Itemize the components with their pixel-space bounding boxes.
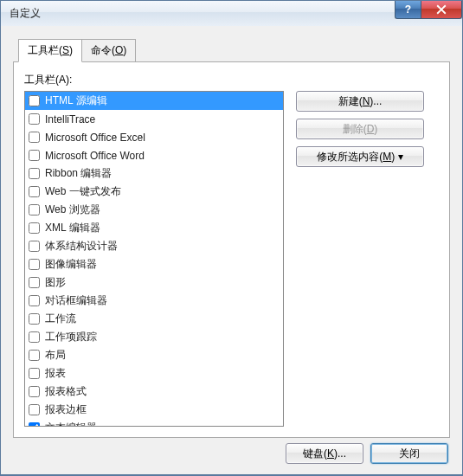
- list-item-label: 文本编辑器: [45, 421, 97, 427]
- list-item[interactable]: Microsoft Office Word: [25, 146, 283, 164]
- list-item-label: 报表: [45, 366, 66, 381]
- list-item[interactable]: Ribbon 编辑器: [25, 164, 283, 183]
- list-item[interactable]: IntelliTrace: [25, 110, 283, 128]
- list-item-label: Ribbon 编辑器: [45, 166, 112, 181]
- titlebar: 自定义 ?: [0, 0, 463, 26]
- window-close-button[interactable]: [421, 1, 462, 19]
- list-item-checkbox[interactable]: [29, 313, 40, 325]
- list-item[interactable]: 报表格式: [25, 383, 283, 401]
- list-item-checkbox[interactable]: [29, 277, 40, 288]
- list-label: 工具栏(A):: [24, 73, 439, 87]
- list-label-text: 工具栏: [24, 74, 55, 86]
- list-item-checkbox[interactable]: [29, 150, 40, 161]
- list-item[interactable]: 图形: [25, 273, 283, 292]
- keyboard-button[interactable]: 键盘(K)...: [286, 443, 363, 464]
- list-item-checkbox[interactable]: [29, 186, 40, 197]
- list-item-checkbox[interactable]: [29, 350, 40, 361]
- list-item[interactable]: Microsoft Office Excel: [25, 128, 283, 146]
- close-button[interactable]: 关闭: [370, 443, 448, 464]
- list-item-label: Microsoft Office Excel: [45, 132, 145, 144]
- list-item-label: 工作流: [45, 312, 76, 326]
- list-item-checkbox[interactable]: [29, 368, 40, 379]
- list-item[interactable]: 工作流: [25, 310, 283, 328]
- list-item-checkbox[interactable]: [29, 132, 40, 143]
- dialog-footer: 键盘(K)... 关闭: [286, 443, 448, 464]
- new-button[interactable]: 新建(N)...: [296, 91, 424, 112]
- list-item-checkbox[interactable]: [29, 259, 40, 270]
- list-item[interactable]: HTML 源编辑: [25, 92, 283, 110]
- list-item-label: 体系结构设计器: [45, 239, 118, 254]
- list-item-checkbox[interactable]: [29, 386, 40, 397]
- tab-toolbars[interactable]: 工具栏(S): [18, 39, 82, 62]
- list-item[interactable]: XML 编辑器: [25, 219, 283, 237]
- list-item-label: Web 浏览器: [45, 203, 100, 217]
- list-item-checkbox[interactable]: [29, 241, 40, 252]
- list-item[interactable]: 工作项跟踪: [25, 328, 283, 346]
- list-label-accesskey: A: [59, 74, 66, 86]
- tab-panel-toolbars: 工具栏(A): HTML 源编辑IntelliTraceMicrosoft Of…: [13, 61, 450, 438]
- side-button-group: 新建(N)... 删除(D) 修改所选内容(M) ▾: [296, 91, 424, 427]
- list-item-label: IntelliTrace: [45, 113, 95, 125]
- list-item-label: 图形: [45, 275, 66, 290]
- list-item-label: 报表边框: [45, 402, 87, 417]
- list-item-checkbox[interactable]: [29, 113, 40, 125]
- dialog-window: 自定义 ? 工具栏(S) 命令(O) 工具栏(A): HTML 源编辑Intel…: [0, 0, 463, 476]
- list-item-checkbox[interactable]: [29, 95, 40, 106]
- list-item-checkbox[interactable]: [29, 168, 40, 179]
- tab-strip: 工具栏(S) 命令(O): [18, 38, 450, 61]
- list-item[interactable]: 报表: [25, 364, 283, 383]
- list-item-checkbox[interactable]: [29, 331, 40, 343]
- list-item[interactable]: 文本编辑器: [25, 419, 283, 427]
- list-item[interactable]: 布局: [25, 346, 283, 364]
- list-item-label: 图像编辑器: [45, 257, 97, 272]
- list-item-checkbox[interactable]: [29, 204, 40, 215]
- tab-commands[interactable]: 命令(O): [81, 39, 136, 62]
- toolbar-listbox[interactable]: HTML 源编辑IntelliTraceMicrosoft Office Exc…: [24, 91, 284, 427]
- list-item-label: 布局: [45, 348, 66, 363]
- list-item-label: 报表格式: [45, 384, 87, 399]
- list-item-checkbox[interactable]: [29, 295, 40, 306]
- help-icon: ?: [405, 3, 411, 16]
- list-item-label: XML 编辑器: [45, 221, 100, 235]
- window-controls: ?: [395, 1, 462, 20]
- list-item[interactable]: 图像编辑器: [25, 255, 283, 273]
- modify-selection-button[interactable]: 修改所选内容(M) ▾: [296, 146, 424, 167]
- list-item-label: 对话框编辑器: [45, 293, 107, 308]
- list-item-label: HTML 源编辑: [45, 93, 107, 108]
- list-item-label: Web 一键式发布: [45, 184, 121, 199]
- list-item[interactable]: 体系结构设计器: [25, 237, 283, 255]
- dialog-client: 工具栏(S) 命令(O) 工具栏(A): HTML 源编辑IntelliTrac…: [0, 26, 463, 475]
- list-item-label: Microsoft Office Word: [45, 150, 145, 162]
- list-item[interactable]: Web 浏览器: [25, 201, 283, 219]
- list-item[interactable]: 报表边框: [25, 401, 283, 419]
- list-item[interactable]: Web 一键式发布: [25, 183, 283, 201]
- dialog-title: 自定义: [10, 6, 41, 21]
- list-item[interactable]: 对话框编辑器: [25, 292, 283, 310]
- list-item-label: 工作项跟踪: [45, 330, 97, 344]
- list-item-checkbox[interactable]: [29, 222, 40, 234]
- delete-button[interactable]: 删除(D): [296, 119, 424, 139]
- list-item-checkbox[interactable]: [29, 422, 40, 427]
- close-icon: [436, 4, 447, 15]
- list-item-checkbox[interactable]: [29, 404, 40, 415]
- help-button[interactable]: ?: [395, 1, 421, 19]
